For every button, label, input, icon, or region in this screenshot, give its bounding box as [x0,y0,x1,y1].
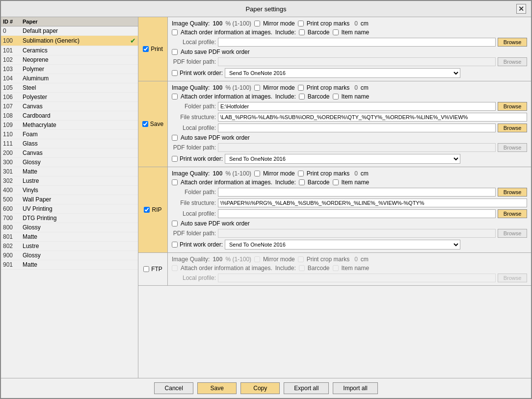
rip-workorder-select[interactable]: Send To OneNote 2016 Microsoft Print to … [225,240,460,249]
paper-name: Ceramics [23,47,136,54]
paper-list-item[interactable]: 700DTG Printing [1,214,138,223]
paper-name: Neoprene [23,56,136,63]
cancel-button[interactable]: Cancel [154,382,193,394]
save-include-label: Include: [275,93,296,100]
rip-crop-checkbox[interactable] [298,171,304,176]
save-section-content: Image Quality: 100 % (1-100) Mirror mode… [168,81,531,167]
import-all-button[interactable]: Import all [333,382,377,394]
paper-list-item[interactable]: 111Glass [1,139,138,149]
ftp-barcode-checkbox[interactable] [299,265,305,271]
ftp-attach-checkbox[interactable] [172,265,178,271]
ftp-iq-label: Image Quality: [172,256,210,263]
rip-local-browse-btn[interactable]: Browse [498,209,527,218]
paper-list-item[interactable]: 101Ceramics [1,46,138,55]
paper-list-item[interactable]: 102Neoprene [1,55,138,65]
save-folder-browse-btn[interactable]: Browse [498,102,527,111]
paper-list-item[interactable]: 100Sublimation (Generic)✔ [1,36,138,46]
paper-list-item[interactable]: 802Lustre [1,242,138,251]
paper-list-item[interactable]: 106Polyester [1,93,138,102]
paper-list-item[interactable]: 0Default paper [1,26,138,36]
rip-folderpath-input[interactable] [218,188,496,197]
save-filestructure-input[interactable] [218,113,527,122]
save-filestructure-row: File structure: [172,113,527,122]
save-crop-checkbox[interactable] [298,85,304,91]
rip-mirror-checkbox[interactable] [254,171,260,176]
rip-filestructure-label: File structure: [172,200,216,206]
ftp-checkbox[interactable] [143,266,149,272]
save-mirror-checkbox[interactable] [254,85,260,91]
paper-list-item[interactable]: 110Foam [1,130,138,139]
paper-list-item[interactable]: 103Polymer [1,65,138,74]
ftp-mirror-checkbox[interactable] [254,256,260,262]
paper-list-item[interactable]: 300Glossy [1,158,138,167]
print-checkbox[interactable] [143,46,149,52]
ftp-crop-checkbox[interactable] [298,256,304,262]
save-label: Save [150,121,163,127]
save-checkbox[interactable] [142,121,148,127]
paper-list-item[interactable]: 400Vinyls [1,186,138,195]
paper-name: Glossy [23,224,136,231]
ftp-itemname-checkbox[interactable] [333,265,339,271]
rip-workorder-checkbox[interactable] [172,242,178,248]
print-iq-label: Image Quality: [172,20,210,27]
paper-list-item[interactable]: 109Methacrylate [1,121,138,130]
paper-list-item[interactable]: 105Steel [1,83,138,93]
paper-list-item[interactable]: 500Wall Paper [1,195,138,204]
save-itemname-checkbox[interactable] [333,94,339,100]
print-autosave-checkbox[interactable] [172,49,178,55]
copy-button[interactable]: Copy [240,382,280,394]
paper-list-item[interactable]: 800Glossy [1,223,138,232]
close-button[interactable]: ✕ [516,4,526,14]
print-workorder-checkbox[interactable] [172,70,178,76]
save-autosave-label: Auto save PDF work order [181,134,250,141]
paper-list-item[interactable]: 600UV Printing [1,204,138,214]
print-workorder-select[interactable]: Send To OneNote 2016 Microsoft Print to … [225,68,460,78]
paper-list-item[interactable]: 302Lustre [1,176,138,186]
save-folderpath-input[interactable] [218,102,496,111]
paper-list-item[interactable]: 301Matte [1,167,138,176]
print-local-browse-btn[interactable]: Browse [498,38,527,47]
rip-itemname-checkbox[interactable] [333,179,339,185]
paper-settings-dialog: Paper settings ✕ ID # Paper 0Default pap… [0,0,532,399]
save-workorder-select[interactable]: Send To OneNote 2016 Microsoft Print to … [225,154,460,164]
rip-autosave-checkbox[interactable] [172,221,178,226]
save-attach-checkbox[interactable] [172,94,178,100]
save-folderpath-label: Folder path: [172,103,216,110]
ftp-mirror-label: Mirror mode [263,256,295,263]
paper-list-item[interactable]: 900Glossy [1,251,138,260]
rip-local-profile-input[interactable] [218,209,496,218]
print-crop-checkbox[interactable] [298,21,304,26]
print-itemname-checkbox[interactable] [333,29,339,35]
ftp-label: FTP [151,266,162,273]
print-barcode-checkbox[interactable] [299,29,305,35]
save-workorder-checkbox[interactable] [172,156,178,162]
paper-id: 111 [3,140,23,147]
paper-list-item[interactable]: 107Canvas [1,102,138,111]
paper-name: Canvas [23,103,136,110]
paper-list-item[interactable]: 108Cardboard [1,111,138,121]
rip-barcode-checkbox[interactable] [299,179,305,185]
print-local-profile-input[interactable] [218,38,496,47]
rip-checkbox[interactable] [144,207,150,213]
paper-list-item[interactable]: 801Matte [1,232,138,242]
paper-id: 200 [3,150,23,156]
paper-id: 105 [3,84,23,91]
rip-folder-browse-btn[interactable]: Browse [498,188,527,197]
rip-folderpath-row: Folder path: Browse [172,188,527,197]
export-all-button[interactable]: Export all [284,382,329,394]
rip-attach-checkbox[interactable] [172,179,178,185]
paper-list-item[interactable]: 200Canvas [1,149,138,158]
save-local-profile-input[interactable] [218,124,496,132]
print-mirror-checkbox[interactable] [254,21,260,26]
paper-list-item[interactable]: 901Matte [1,260,138,270]
save-local-browse-btn[interactable]: Browse [498,124,527,132]
save-button[interactable]: Save [197,382,237,394]
paper-list-item[interactable]: 104Aluminum [1,74,138,83]
ftp-local-label: Local profile: [172,274,216,281]
print-attach-checkbox[interactable] [172,29,178,35]
right-panel: Print Image Quality: 100 % (1-100) Mirro… [138,17,531,378]
save-barcode-checkbox[interactable] [299,94,305,100]
save-iq-label: Image Quality: [172,84,210,91]
save-autosave-checkbox[interactable] [172,135,178,141]
rip-filestructure-input[interactable] [218,199,527,207]
